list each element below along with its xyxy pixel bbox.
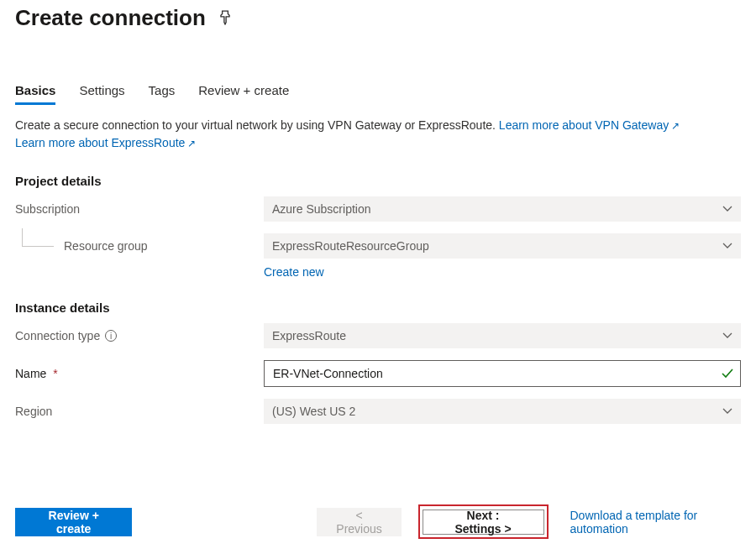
checkmark-icon bbox=[721, 367, 734, 383]
link-expressroute[interactable]: Learn more about ExpressRoute↗ bbox=[15, 136, 196, 149]
name-input[interactable] bbox=[264, 360, 741, 387]
chevron-down-icon bbox=[722, 204, 732, 214]
chevron-down-icon bbox=[722, 331, 732, 341]
chevron-down-icon bbox=[722, 406, 732, 416]
download-template-link[interactable]: Download a template for automation bbox=[570, 509, 742, 536]
field-region: Region (US) West US 2 bbox=[15, 399, 741, 424]
info-icon[interactable]: i bbox=[105, 330, 117, 342]
resource-group-select[interactable]: ExpressRouteResourceGroup bbox=[264, 233, 741, 259]
region-label: Region bbox=[15, 405, 264, 418]
previous-button[interactable]: < Previous bbox=[317, 508, 401, 536]
link-vpn-gateway[interactable]: Learn more about VPN Gateway↗ bbox=[499, 118, 680, 132]
subscription-select[interactable]: Azure Subscription bbox=[264, 196, 741, 222]
wizard-footer: Review + create < Previous Next : Settin… bbox=[15, 504, 741, 539]
region-value: (US) West US 2 bbox=[272, 405, 355, 418]
external-link-icon: ↗ bbox=[671, 120, 680, 132]
field-resource-group: Resource group ExpressRouteResourceGroup bbox=[15, 233, 741, 259]
link-create-new-rg[interactable]: Create new bbox=[264, 265, 324, 279]
next-button[interactable]: Next : Settings > bbox=[423, 510, 544, 535]
tree-connector-icon bbox=[22, 228, 54, 247]
tab-settings[interactable]: Settings bbox=[79, 83, 124, 105]
section-heading-project: Project details bbox=[15, 174, 741, 188]
connection-type-value: ExpressRoute bbox=[272, 329, 346, 342]
region-select[interactable]: (US) West US 2 bbox=[264, 399, 741, 424]
tab-bar: Basics Settings Tags Review + create bbox=[15, 83, 741, 105]
connection-type-select[interactable]: ExpressRoute bbox=[264, 323, 741, 348]
field-subscription: Subscription Azure Subscription bbox=[15, 196, 741, 222]
page-title: Create connection bbox=[15, 5, 206, 31]
review-create-button[interactable]: Review + create bbox=[15, 508, 132, 536]
tab-basics[interactable]: Basics bbox=[15, 83, 55, 105]
highlight-box: Next : Settings > bbox=[418, 504, 549, 539]
page-header: Create connection bbox=[15, 5, 741, 31]
resource-group-label: Resource group bbox=[15, 239, 264, 253]
name-label: Name* bbox=[15, 367, 264, 380]
subscription-label: Subscription bbox=[15, 202, 264, 216]
tab-tags[interactable]: Tags bbox=[149, 83, 176, 105]
tab-review[interactable]: Review + create bbox=[198, 83, 289, 105]
section-heading-instance: Instance details bbox=[15, 301, 741, 315]
external-link-icon: ↗ bbox=[187, 138, 196, 149]
intro-body: Create a secure connection to your virtu… bbox=[15, 118, 496, 132]
resource-group-value: ExpressRouteResourceGroup bbox=[272, 239, 429, 253]
pin-icon[interactable] bbox=[218, 10, 234, 27]
chevron-down-icon bbox=[722, 241, 732, 251]
field-name: Name* bbox=[15, 360, 741, 387]
intro-text: Create a secure connection to your virtu… bbox=[15, 117, 741, 152]
field-connection-type: Connection type i ExpressRoute bbox=[15, 323, 741, 348]
subscription-value: Azure Subscription bbox=[272, 202, 371, 216]
connection-type-label: Connection type i bbox=[15, 329, 264, 342]
